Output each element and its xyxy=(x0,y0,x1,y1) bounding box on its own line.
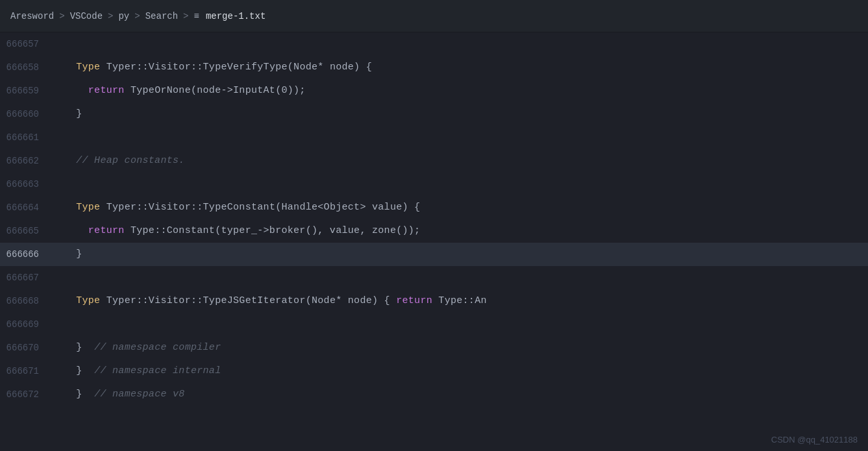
watermark: CSDN @qq_41021188 xyxy=(771,435,858,445)
line-number: 666665 xyxy=(0,219,52,243)
code-line: 666664 Type Typer::Visitor::TypeConstant… xyxy=(0,196,868,219)
line-number: 666671 xyxy=(0,360,52,383)
line-content: } xyxy=(52,103,82,126)
line-number: 666658 xyxy=(0,56,52,79)
line-content xyxy=(52,173,58,196)
breadcrumb-sep-2: > xyxy=(108,11,113,21)
line-number: 666664 xyxy=(0,196,52,219)
line-number: 666660 xyxy=(0,103,52,126)
line-number: 666662 xyxy=(0,149,52,173)
line-content: } // namespace compiler xyxy=(52,336,221,360)
breadcrumb-item-aresword[interactable]: Aresword xyxy=(10,11,54,21)
breadcrumb: Aresword > VSCode > py > Search > ≡ merg… xyxy=(0,0,868,32)
line-content: // Heap constants. xyxy=(52,149,185,173)
breadcrumb-item-file[interactable]: merge-1.txt xyxy=(206,11,266,21)
line-content: return TypeOrNone(node->InputAt(0)); xyxy=(52,79,306,103)
line-content: Type Typer::Visitor::TypeJSGetIterator(N… xyxy=(52,289,487,313)
code-line: 666672 } // namespace v8 xyxy=(0,383,868,406)
line-number: 666666 xyxy=(0,243,52,266)
line-number: 666657 xyxy=(0,32,52,56)
line-number: 666661 xyxy=(0,126,52,149)
line-content xyxy=(52,32,58,56)
breadcrumb-sep-4: > xyxy=(183,11,188,21)
line-number: 666670 xyxy=(0,336,52,360)
line-content xyxy=(52,313,58,336)
code-line: 666670 } // namespace compiler xyxy=(0,336,868,360)
code-line: 666657 xyxy=(0,32,868,56)
code-line: 666663 xyxy=(0,173,868,196)
code-line: 666658 Type Typer::Visitor::TypeVerifyTy… xyxy=(0,56,868,79)
line-number: 666669 xyxy=(0,313,52,336)
line-number: 666667 xyxy=(0,266,52,289)
code-line: 666666 } xyxy=(0,243,868,266)
line-content xyxy=(52,266,58,289)
code-line: 666662 // Heap constants. xyxy=(0,149,868,173)
code-line: 666665 return Type::Constant(typer_->bro… xyxy=(0,219,868,243)
code-line: 666659 return TypeOrNone(node->InputAt(0… xyxy=(0,79,868,103)
line-content: Type Typer::Visitor::TypeVerifyType(Node… xyxy=(52,56,372,79)
code-line: 666660 } xyxy=(0,103,868,126)
code-line: 666661 xyxy=(0,126,868,149)
line-number: 666672 xyxy=(0,383,52,406)
breadcrumb-item-py[interactable]: py xyxy=(118,11,129,21)
line-content: } // namespace v8 xyxy=(52,383,185,406)
line-content: Type Typer::Visitor::TypeConstant(Handle… xyxy=(52,196,420,219)
code-editor: 666657 666658 Type Typer::Visitor::TypeV… xyxy=(0,32,868,451)
line-number: 666659 xyxy=(0,79,52,103)
line-content: } // namespace internal xyxy=(52,360,221,383)
line-content: } xyxy=(52,243,82,266)
line-content: return Type::Constant(typer_->broker(), … xyxy=(52,219,420,243)
breadcrumb-sep-3: > xyxy=(134,11,140,21)
file-list-icon: ≡ xyxy=(194,11,199,21)
breadcrumb-item-vscode[interactable]: VSCode xyxy=(70,11,103,21)
code-line: 666671 } // namespace internal xyxy=(0,360,868,383)
line-number: 666668 xyxy=(0,289,52,313)
line-number: 666663 xyxy=(0,173,52,196)
code-line: 666668 Type Typer::Visitor::TypeJSGetIte… xyxy=(0,289,868,313)
line-content xyxy=(52,126,58,149)
breadcrumb-item-search[interactable]: Search xyxy=(145,11,178,21)
code-line: 666667 xyxy=(0,266,868,289)
breadcrumb-sep-1: > xyxy=(59,11,64,21)
code-line: 666669 xyxy=(0,313,868,336)
